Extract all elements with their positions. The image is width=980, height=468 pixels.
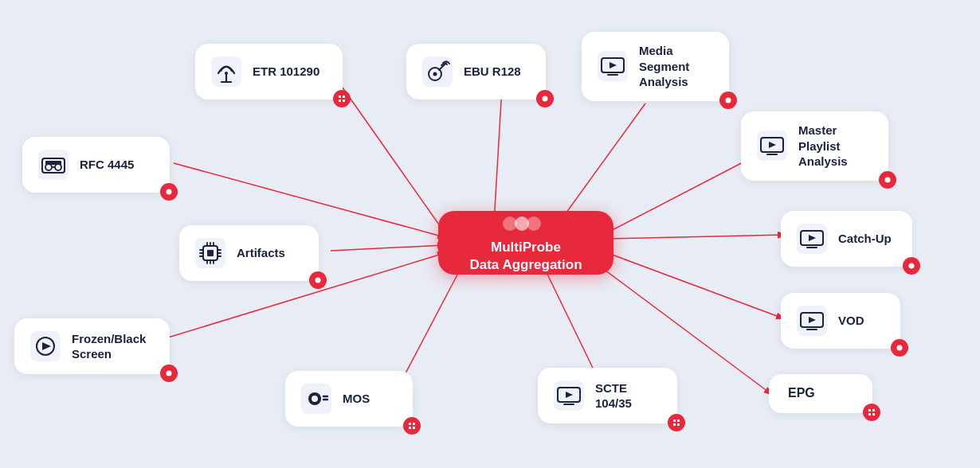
svg-point-37 xyxy=(885,177,891,182)
svg-point-32 xyxy=(726,97,731,103)
svg-rect-56 xyxy=(673,419,676,422)
frozen-label: Frozen/BlackScreen xyxy=(72,331,146,362)
vod-badge xyxy=(891,339,908,357)
svg-point-18 xyxy=(225,72,228,75)
svg-line-0 xyxy=(343,88,446,235)
play-circle-icon xyxy=(29,330,62,363)
epg-label: EPG xyxy=(783,385,815,402)
vod-label: VOD xyxy=(838,313,864,329)
center-label: MultiProbe Data Aggregation xyxy=(469,239,582,274)
node-catchup[interactable]: Catch-Up xyxy=(781,211,912,267)
svg-line-2 xyxy=(558,103,645,224)
master-badge xyxy=(879,171,896,189)
center-node: MultiProbe Data Aggregation xyxy=(438,211,613,275)
svg-rect-68 xyxy=(413,427,415,429)
svg-point-72 xyxy=(167,371,172,376)
scte-label: SCTE104/35 xyxy=(595,380,632,411)
satellite-icon xyxy=(421,55,454,88)
monitor-play-icon-vod xyxy=(795,304,829,337)
svg-line-1 xyxy=(494,88,502,223)
node-epg[interactable]: EPG xyxy=(769,374,872,413)
frozen-badge xyxy=(160,365,178,382)
media-label: MediaSegmentAnalysis xyxy=(639,43,689,90)
etr-label: ETR 101290 xyxy=(253,64,319,80)
node-master[interactable]: MasterPlaylistAnalysis xyxy=(741,111,888,181)
node-etr[interactable]: ETR 101290 xyxy=(195,44,343,99)
monitor-play-icon-scte xyxy=(552,379,586,412)
epg-badge xyxy=(863,404,880,421)
svg-line-3 xyxy=(602,159,749,236)
svg-rect-94 xyxy=(45,161,61,165)
node-media[interactable]: MediaSegmentAnalysis xyxy=(582,32,729,101)
svg-rect-67 xyxy=(409,427,411,429)
svg-rect-23 xyxy=(422,57,453,87)
svg-point-26 xyxy=(433,72,437,76)
rfc-label: RFC 4445 xyxy=(80,157,134,173)
cassette-icon xyxy=(37,148,70,181)
node-frozen[interactable]: Frozen/BlackScreen xyxy=(14,318,170,374)
catchup-label: Catch-Up xyxy=(838,231,892,247)
node-vod[interactable]: VOD xyxy=(781,293,900,349)
svg-rect-50 xyxy=(868,413,871,415)
mos-label: MOS xyxy=(343,391,370,407)
svg-rect-51 xyxy=(872,413,875,415)
svg-point-62 xyxy=(312,396,318,402)
svg-line-8 xyxy=(397,263,464,390)
svg-rect-19 xyxy=(339,96,341,98)
svg-point-14 xyxy=(527,216,541,231)
svg-point-88 xyxy=(316,278,321,283)
media-badge xyxy=(719,92,737,109)
svg-rect-65 xyxy=(409,423,411,425)
artifacts-badge xyxy=(309,271,327,289)
center-icon xyxy=(502,212,550,236)
svg-line-10 xyxy=(331,245,445,251)
svg-line-5 xyxy=(602,251,783,318)
svg-line-4 xyxy=(604,235,785,239)
svg-point-42 xyxy=(909,263,915,269)
mos-icon xyxy=(300,382,333,415)
svg-rect-58 xyxy=(673,423,676,426)
svg-rect-48 xyxy=(868,409,871,411)
svg-rect-22 xyxy=(343,99,345,102)
chip-icon xyxy=(194,236,227,270)
artifacts-label: Artifacts xyxy=(237,245,285,261)
monitor-play-icon-media xyxy=(596,49,629,83)
svg-rect-57 xyxy=(677,419,680,422)
etr-badge xyxy=(333,90,351,107)
antenna-icon xyxy=(210,55,243,88)
svg-rect-66 xyxy=(413,423,415,425)
catchup-badge xyxy=(903,257,920,275)
monitor-play-icon-catchup xyxy=(795,222,829,255)
mos-badge xyxy=(403,417,421,435)
node-artifacts[interactable]: Artifacts xyxy=(179,225,319,281)
svg-rect-20 xyxy=(343,96,345,98)
ebu-label: EBU R128 xyxy=(464,64,521,80)
rfc-badge xyxy=(160,183,178,201)
svg-point-27 xyxy=(543,96,548,102)
svg-point-95 xyxy=(167,189,172,195)
node-scte[interactable]: SCTE104/35 xyxy=(538,368,677,423)
svg-rect-87 xyxy=(207,250,214,256)
node-ebu[interactable]: EBU R128 xyxy=(406,44,546,99)
node-mos[interactable]: MOS xyxy=(285,371,413,427)
svg-rect-49 xyxy=(872,409,875,411)
svg-point-47 xyxy=(897,345,903,351)
scte-badge xyxy=(668,414,685,431)
monitor-play-icon-master xyxy=(755,129,789,162)
node-rfc[interactable]: RFC 4445 xyxy=(22,137,170,193)
ebu-badge xyxy=(536,90,554,107)
svg-rect-59 xyxy=(677,423,680,426)
svg-rect-21 xyxy=(339,99,341,102)
master-label: MasterPlaylistAnalysis xyxy=(798,123,848,170)
